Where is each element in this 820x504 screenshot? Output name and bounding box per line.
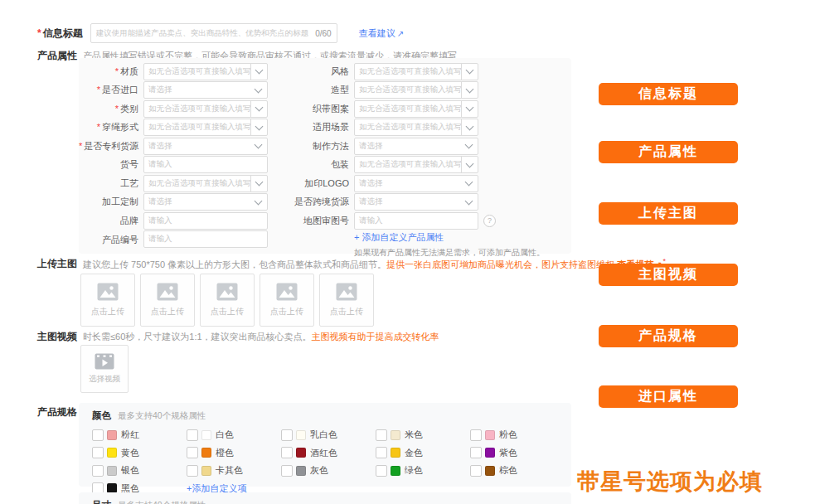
field-label-material: *材质 [79, 65, 138, 78]
product-code-field[interactable]: 请输入 [143, 230, 268, 248]
upload-main-header: 上传主图 建议您上传 750*750 像素以上的方形大图，包含商品整体款式和商品… [37, 257, 666, 271]
style-field[interactable]: 如无合适选项可直接输入填写 [354, 63, 478, 80]
upload-image-box[interactable]: 点击上传 [260, 274, 314, 327]
color-swatch [201, 430, 211, 440]
craft-field[interactable]: 如无合适选项可直接输入填写 [143, 175, 268, 192]
color-option[interactable]: 棕色 [470, 462, 565, 480]
upload-image-box[interactable]: 点击上传 [80, 274, 135, 327]
rope-form-field[interactable]: 如无合适选项可直接输入填写 [143, 119, 268, 136]
patent-source-field[interactable]: 请选择 [143, 138, 268, 155]
color-swatch [485, 448, 495, 458]
chevron-down-icon [465, 178, 473, 187]
color-option[interactable]: 粉色 [470, 426, 565, 444]
color-swatch [201, 466, 211, 476]
color-option[interactable]: 乳白色 [281, 426, 376, 444]
checkbox [470, 429, 482, 441]
item-no-field[interactable]: 请输入 [143, 156, 268, 173]
color-swatch [391, 430, 400, 440]
color-option[interactable]: 绿色 [376, 462, 470, 480]
add-custom-attribute-link[interactable]: + 添加自定义产品属性 [354, 231, 545, 244]
packaging-field[interactable]: 如无合适选项可直接输入填写 [354, 156, 478, 173]
field-label-style: 风格 [268, 65, 349, 78]
checkbox [92, 429, 104, 441]
picture-icon [336, 283, 357, 301]
chevron-down-icon [255, 196, 263, 205]
color-swatch [296, 466, 306, 476]
checkbox [187, 447, 198, 458]
color-option[interactable]: 白色 [187, 426, 281, 444]
upload-box-label: 点击上传 [270, 306, 303, 317]
main-video-hint: 时长需≤60秒，尺寸建议为1:1，建议突出商品核心卖点。主图视频有助于提高成交转… [83, 331, 439, 343]
material-field[interactable]: 如无合适选项可直接输入填写 [143, 63, 268, 80]
color-swatch [391, 466, 400, 476]
video-benefit-link[interactable]: 主图视频有助于提高成交转化率 [312, 332, 439, 342]
chevron-down-icon [466, 122, 474, 130]
crossborder-field[interactable]: 请选择 [354, 193, 478, 211]
info-title-input[interactable]: 建议使用能描述产品卖点、突出商品特性、优势和亮点的标题，请勿使用“极、第一”等违… [90, 23, 337, 43]
color-swatch [201, 448, 211, 458]
field-label-item-no: 货号 [79, 158, 138, 171]
color-option[interactable]: 灰色 [281, 462, 376, 480]
field-label-product-code: 产品编号 [79, 230, 138, 246]
color-option[interactable]: 卡其色 [187, 462, 281, 480]
video-icon [95, 353, 114, 370]
sidebar-button-product-specs[interactable]: 产品规格 [599, 325, 738, 347]
category-field[interactable]: 如无合适选项可直接输入填写 [143, 100, 268, 118]
ribbon-pattern-field[interactable]: 如无合适选项可直接输入填写 [354, 100, 478, 118]
color-option[interactable]: 米色 [376, 426, 470, 444]
logo-print-field[interactable]: 请选择 [354, 175, 478, 192]
select-video-box[interactable]: 选择视频 [80, 345, 129, 393]
upload-box-label: 点击上传 [211, 306, 244, 317]
color-option[interactable]: 银色 [92, 462, 187, 480]
upload-image-box[interactable]: 点击上传 [200, 274, 255, 327]
chevron-down-icon [255, 178, 264, 187]
chevron-down-icon [255, 66, 264, 75]
color-swatch [107, 430, 117, 440]
checkbox [281, 465, 293, 477]
upload-image-box[interactable]: 点击上传 [319, 274, 374, 327]
chevron-down-icon [466, 66, 474, 75]
picture-icon [216, 283, 238, 301]
sidebar-button-import-attributes[interactable]: 进口属性 [599, 385, 738, 408]
checkbox [376, 429, 387, 441]
sidebar-button-product-attributes[interactable]: 产品属性 [599, 141, 738, 163]
sidebar-button-info-title[interactable]: 信息标题 [599, 83, 738, 105]
color-option[interactable]: 橙色 [187, 444, 281, 463]
color-option[interactable]: 金色 [376, 444, 470, 463]
field-label-craft: 工艺 [79, 177, 138, 190]
map-approval-field[interactable]: 请输入 [354, 212, 478, 230]
shape-field[interactable]: 如无合适选项可直接输入填写 [354, 81, 478, 99]
color-option[interactable]: 紫色 [470, 444, 565, 463]
picture-icon [276, 283, 298, 301]
making-method-field[interactable]: 请选择 [354, 138, 478, 155]
color-option-grid: 粉红 白色 乳白色 米色 粉色 黄色 橙色 酒红色 金色 紫色 银色 卡其色 灰… [92, 426, 571, 497]
customization-field[interactable]: 请选择 [143, 193, 268, 211]
color-swatch [485, 430, 495, 440]
field-label-brand: 品牌 [79, 215, 138, 227]
product-publish-page: *信息标题 建议使用能描述产品卖点、突出商品特性、优势和亮点的标题，请勿使用“极… [0, 0, 820, 504]
upload-image-box[interactable]: 点击上传 [140, 274, 195, 327]
product-attributes-label: 产品属性 [37, 49, 77, 63]
brand-field[interactable]: 请输入 [143, 212, 268, 230]
color-swatch [107, 466, 117, 476]
sidebar-button-upload-main[interactable]: 上传主图 [599, 202, 738, 225]
help-icon[interactable]: ? [483, 215, 496, 227]
color-option[interactable]: 粉红 [92, 426, 187, 444]
upload-box-group: 点击上传 点击上传 点击上传 点击上传 点击上传 [80, 274, 379, 327]
field-label-crossborder: 是否跨境货源 [268, 196, 349, 208]
product-specs-label: 产品规格 [37, 405, 77, 419]
required-fields-note: 带星号选项为必填 [577, 467, 763, 497]
chevron-down-icon [465, 141, 473, 149]
sidebar-button-main-video[interactable]: 主图视频 [599, 264, 738, 286]
view-suggestion-link[interactable]: 查看建议↗ [359, 27, 404, 40]
color-swatch [391, 448, 400, 458]
checkbox [187, 465, 198, 477]
upload-box-label: 点击上传 [151, 306, 184, 317]
color-option[interactable]: 黄色 [92, 444, 187, 463]
imported-field[interactable]: 请选择 [143, 81, 268, 99]
scene-field[interactable]: 如无合适选项可直接输入填写 [354, 119, 478, 136]
checkbox [92, 465, 104, 477]
color-option[interactable]: 酒红色 [281, 444, 376, 463]
chevron-down-icon [466, 85, 474, 93]
field-label-method: 制作方法 [268, 140, 349, 153]
